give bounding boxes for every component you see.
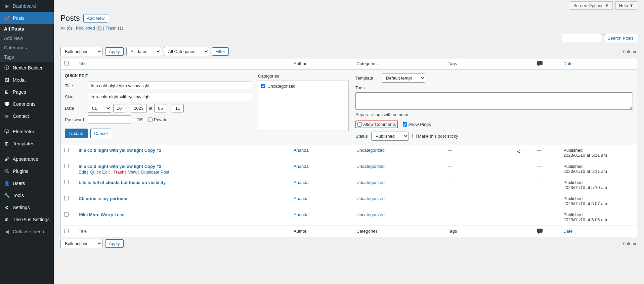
help-button[interactable]: Help ▼ <box>615 1 637 10</box>
category-filter-select[interactable]: All Categories <box>164 47 209 56</box>
sidebar-item-plugins[interactable]: 🔌Plugins <box>0 165 54 177</box>
add-new-button[interactable]: Add New <box>83 14 109 22</box>
date-filter-select[interactable]: All dates <box>126 47 161 56</box>
sidebar-item-users[interactable]: 👤Users <box>0 177 54 189</box>
qe-cat-uncategorized-checkbox[interactable] <box>261 84 265 88</box>
qe-sticky-checkbox[interactable] <box>412 134 417 138</box>
row-tags: — <box>448 212 452 217</box>
sidebar-item-dashboard[interactable]: ◉Dashboard <box>0 0 54 12</box>
apply-bulk-button[interactable]: Apply <box>105 47 124 56</box>
qe-title-input[interactable] <box>88 82 251 90</box>
qe-allow-comments-checkbox[interactable] <box>357 122 362 127</box>
select-all-checkbox[interactable] <box>64 61 69 65</box>
qe-day-input[interactable] <box>113 104 125 112</box>
sidebar-item-tools[interactable]: 🔧Tools <box>0 189 54 201</box>
col-date[interactable]: Date <box>563 61 572 66</box>
row-checkbox[interactable] <box>64 164 69 168</box>
apply-bulk-button-bottom[interactable]: Apply <box>105 239 124 248</box>
filter-trash[interactable]: Trash <box>105 26 117 31</box>
search-button[interactable]: Search Posts <box>604 34 637 42</box>
row-title-link[interactable]: In a cold night with yellow light Copy #… <box>79 148 161 153</box>
col-title-foot[interactable]: Title <box>79 229 87 234</box>
sidebar-item-media[interactable]: 🖾Media <box>0 74 54 86</box>
row-action-duplicate[interactable]: Duplicate Post <box>141 170 169 175</box>
filter-trash-count: (1) <box>118 26 123 31</box>
select-all-checkbox-bottom[interactable] <box>64 229 69 233</box>
sidebar-sub-categories[interactable]: Categories <box>0 43 54 52</box>
qe-password-input[interactable] <box>88 115 131 124</box>
row-date: 2023/01/10 at 5:10 am <box>563 185 607 190</box>
sidebar-sub-tags[interactable]: Tags <box>0 52 54 62</box>
row-author-link[interactable]: Ananda <box>294 148 309 153</box>
row-title-link[interactable]: Chlorine is my perfume <box>79 196 127 201</box>
qe-slug-input[interactable] <box>88 93 251 101</box>
qe-hour-input[interactable] <box>154 104 166 112</box>
qe-status-select[interactable]: Published <box>371 132 409 141</box>
qe-date-label: Date <box>65 106 85 111</box>
row-author-link[interactable]: Ananda <box>294 196 309 201</box>
sidebar-sub-addnew[interactable]: Add New <box>0 34 54 43</box>
qe-allow-pings-label: Allow Pings <box>409 122 431 127</box>
sidebar-item-label: Media <box>13 77 26 83</box>
row-action-trash[interactable]: Trash <box>113 170 124 175</box>
qe-allow-pings-checkbox[interactable] <box>403 122 407 127</box>
qe-update-button[interactable]: Update <box>65 129 88 138</box>
sidebar-item-settings[interactable]: ⚙Settings <box>0 201 54 214</box>
row-action-view[interactable]: View <box>128 170 137 175</box>
qe-categories-label: Categories <box>258 74 349 79</box>
sidebar-item-posts[interactable]: 📌Posts <box>0 12 54 24</box>
qe-cancel-button[interactable]: Cancel <box>90 129 111 138</box>
qe-min-input[interactable] <box>172 104 184 112</box>
col-title[interactable]: Title <box>79 61 87 66</box>
bulk-actions-select-bottom[interactable]: Bulk actions <box>60 239 102 248</box>
sidebar-item-label: Contact <box>13 113 29 119</box>
row-author-link[interactable]: Ananda <box>294 180 309 185</box>
qe-category-list[interactable]: Uncategorized <box>258 81 349 131</box>
filter-all[interactable]: All <box>60 26 65 31</box>
screen-options-button[interactable]: Screen Options ▼ <box>570 1 613 10</box>
row-title-link[interactable]: In a cold night with yellow light Copy #… <box>79 164 161 169</box>
sidebar-item-pages[interactable]: 🗎Pages <box>0 86 54 98</box>
row-title-link[interactable]: Hike More Worry Less <box>79 212 124 217</box>
row-category-link[interactable]: Uncategorized <box>356 164 385 169</box>
row-category-link[interactable]: Uncategorized <box>356 148 385 153</box>
qe-tags-hint: Separate tags with commas <box>355 112 633 117</box>
row-action-quickedit[interactable]: Quick Edit <box>90 170 110 175</box>
row-checkbox[interactable] <box>64 180 69 184</box>
sidebar-item-nexter[interactable]: ⓘNexter Builder <box>0 62 54 74</box>
row-category-link[interactable]: Uncategorized <box>356 196 385 201</box>
search-input[interactable] <box>562 34 602 42</box>
settings-icon: ⚙ <box>3 204 10 211</box>
row-comments: — <box>537 212 542 217</box>
sidebar-item-plus[interactable]: ⊕The Plus Settings <box>0 214 54 226</box>
filter-published[interactable]: Published <box>76 26 95 31</box>
row-status: Published <box>563 212 583 217</box>
row-action-edit[interactable]: Edit <box>79 170 86 175</box>
col-date-foot[interactable]: Date <box>563 229 572 234</box>
qe-year-input[interactable] <box>131 104 147 112</box>
row-category-link[interactable]: Uncategorized <box>356 212 385 217</box>
sidebar-item-elementor[interactable]: ⒺElementor <box>0 126 54 138</box>
sidebar-item-templates[interactable]: ⊞Templates <box>0 138 54 150</box>
qe-month-select[interactable]: 01-Jan <box>88 104 111 113</box>
qe-tags-textarea[interactable] <box>355 92 633 110</box>
sidebar-item-contact[interactable]: ✉Contact <box>0 110 54 122</box>
row-category-link[interactable]: Uncategorized <box>356 180 385 185</box>
sidebar-item-collapse[interactable]: ◀Collapse menu <box>0 226 54 238</box>
qe-or-label: –OR– <box>134 117 145 122</box>
row-author-link[interactable]: Ananda <box>294 164 309 169</box>
row-author-link[interactable]: Ananda <box>294 212 309 217</box>
row-checkbox[interactable] <box>64 148 69 152</box>
bulk-actions-select[interactable]: Bulk actions <box>60 47 102 56</box>
sidebar-item-appearance[interactable]: 🖌Appearance <box>0 153 54 165</box>
sidebar-sub-allposts[interactable]: All Posts <box>0 24 54 34</box>
users-icon: 👤 <box>3 180 10 187</box>
qe-template-select[interactable]: Default template <box>382 74 425 83</box>
row-title-link[interactable]: Life is full of clouds but focus on visi… <box>79 180 166 185</box>
row-checkbox[interactable] <box>64 212 69 217</box>
filter-button[interactable]: Filter <box>212 47 229 56</box>
row-checkbox[interactable] <box>64 196 69 200</box>
elementor-icon: Ⓔ <box>3 128 10 135</box>
qe-private-checkbox[interactable] <box>148 117 153 122</box>
sidebar-item-comments[interactable]: 💬Comments <box>0 98 54 110</box>
